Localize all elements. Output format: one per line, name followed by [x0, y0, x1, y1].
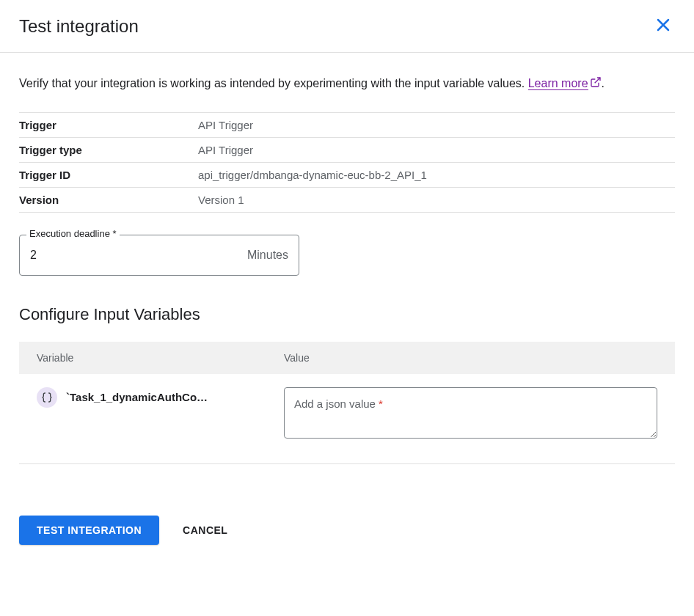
table-row: Version Version 1	[19, 187, 675, 212]
execution-deadline-field: Execution deadline * Minutes	[19, 235, 299, 276]
test-integration-button[interactable]: TEST INTEGRATION	[19, 516, 159, 545]
version-label: Version	[19, 187, 198, 212]
json-value-input[interactable]	[284, 387, 657, 439]
description-suffix: .	[602, 77, 604, 89]
learn-more-text: Learn more	[528, 77, 588, 89]
description-prefix: Verify that your integration is working …	[19, 77, 528, 89]
table-row: Trigger type API Trigger	[19, 137, 675, 162]
variable-name: `Task_1_dynamicAuthCo…	[66, 391, 208, 403]
execution-deadline-wrap: Minutes	[19, 235, 299, 276]
trigger-label: Trigger	[19, 112, 198, 137]
learn-more-link[interactable]: Learn more	[528, 77, 588, 90]
execution-deadline-suffix: Minutes	[247, 249, 299, 262]
svg-line-2	[594, 78, 599, 83]
external-link-icon	[590, 74, 602, 95]
trigger-type-value: API Trigger	[198, 137, 675, 162]
dialog-header: Test integration	[0, 0, 694, 53]
trigger-info-table: Trigger API Trigger Trigger type API Tri…	[19, 112, 675, 213]
variable-value-cell: Add a json value *	[284, 387, 657, 441]
variables-table: Variable Value `Task_1_dynamicAuthCo… Ad…	[19, 342, 675, 464]
trigger-id-label: Trigger ID	[19, 162, 198, 187]
close-button[interactable]	[651, 13, 675, 39]
version-value: Version 1	[198, 187, 675, 212]
variable-row: `Task_1_dynamicAuthCo… Add a json value …	[19, 374, 675, 464]
table-row: Trigger API Trigger	[19, 112, 675, 137]
close-icon	[654, 16, 672, 36]
execution-deadline-label: Execution deadline *	[26, 228, 120, 239]
trigger-value: API Trigger	[198, 112, 675, 137]
dialog-actions: TEST INTEGRATION CANCEL	[19, 516, 675, 545]
trigger-type-label: Trigger type	[19, 137, 198, 162]
col-header-variable: Variable	[37, 352, 284, 364]
table-row: Trigger ID api_trigger/dmbanga-dynamic-e…	[19, 162, 675, 187]
dialog-content: Verify that your integration is working …	[0, 53, 694, 564]
description-text: Verify that your integration is working …	[19, 73, 675, 95]
trigger-id-value: api_trigger/dmbanga-dynamic-euc-bb-2_API…	[198, 162, 675, 187]
variable-name-cell: `Task_1_dynamicAuthCo…	[37, 387, 284, 408]
cancel-button[interactable]: CANCEL	[177, 516, 233, 545]
json-variable-icon	[37, 387, 57, 408]
dialog-title: Test integration	[19, 16, 139, 37]
execution-deadline-input[interactable]	[20, 237, 247, 274]
configure-vars-title: Configure Input Variables	[19, 305, 675, 324]
col-header-value: Value	[284, 352, 310, 364]
variables-header: Variable Value	[19, 342, 675, 374]
